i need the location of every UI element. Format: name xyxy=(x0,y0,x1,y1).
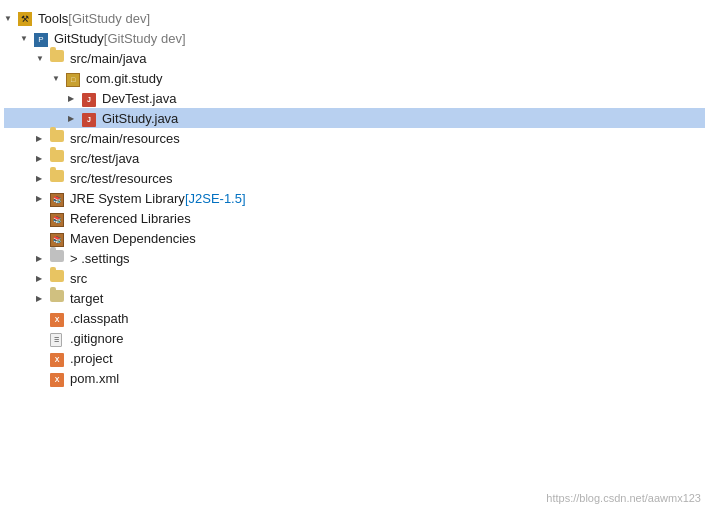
library-icon: 📚 xyxy=(50,193,64,207)
xml-file-icon: X xyxy=(50,373,64,387)
tree-item-label: GitStudy.java xyxy=(102,111,178,126)
expand-arrow-icon[interactable]: ▶ xyxy=(36,294,50,303)
package-icon: □ xyxy=(66,73,80,87)
tree-item-src[interactable]: ▶src xyxy=(4,268,705,288)
watermark: https://blog.csdn.net/aawmx123 xyxy=(546,492,701,504)
tree-item-gitignore[interactable]: ☰.gitignore xyxy=(4,328,705,348)
java-file-icon: J xyxy=(82,113,96,127)
library-icon: 📚 xyxy=(50,233,64,247)
tree-item-label: target xyxy=(70,291,103,306)
expand-arrow-icon[interactable]: ▶ xyxy=(36,154,50,163)
collapse-arrow-icon[interactable]: ▼ xyxy=(4,14,18,23)
tree-item-src-test-java[interactable]: ▶src/test/java xyxy=(4,148,705,168)
no-arrow-icon xyxy=(36,353,50,363)
tree-item-label: GitStudy xyxy=(54,31,104,46)
tree-item-label: .project xyxy=(70,351,113,366)
tree-item-label: Referenced Libraries xyxy=(70,211,191,226)
folder-icon xyxy=(50,170,64,182)
tree-item-suffix: [J2SE-1.5] xyxy=(185,191,246,206)
tree-item-label: .gitignore xyxy=(70,331,123,346)
xml-file-icon: X xyxy=(50,353,64,367)
tree-item-tools[interactable]: ▼⚒Tools [GitStudy dev] xyxy=(4,8,705,28)
tools-icon: ⚒ xyxy=(18,12,32,26)
expand-arrow-icon[interactable]: ▶ xyxy=(36,174,50,183)
no-arrow-icon xyxy=(36,313,50,323)
tree-item-referenced-libraries[interactable]: 📚Referenced Libraries xyxy=(4,208,705,228)
tree-item-label: > .settings xyxy=(70,251,130,266)
tree-item-com-git-study[interactable]: ▼□com.git.study xyxy=(4,68,705,88)
tree-item-label: src/test/java xyxy=(70,151,139,166)
tree-item-label: DevTest.java xyxy=(102,91,176,106)
tree-item-devtest-java[interactable]: ▶JDevTest.java xyxy=(4,88,705,108)
tree-item-label: com.git.study xyxy=(86,71,163,86)
target-folder-icon xyxy=(50,290,64,302)
text-file-icon: ☰ xyxy=(50,333,62,347)
tree-item-classpath[interactable]: X.classpath xyxy=(4,308,705,328)
tree-item-suffix: [GitStudy dev] xyxy=(104,31,186,46)
tree-item-gitstudy-project[interactable]: ▼PGitStudy [GitStudy dev] xyxy=(4,28,705,48)
folder-icon xyxy=(50,130,64,142)
tree-item-label: src/main/resources xyxy=(70,131,180,146)
expand-arrow-icon[interactable]: ▶ xyxy=(36,254,50,263)
no-arrow-icon xyxy=(36,373,50,383)
tree-item-jre-system-library[interactable]: ▶📚JRE System Library [J2SE-1.5] xyxy=(4,188,705,208)
collapse-arrow-icon[interactable]: ▼ xyxy=(52,74,66,83)
expand-arrow-icon[interactable]: ▶ xyxy=(68,94,82,103)
tree-item-label: JRE System Library xyxy=(70,191,185,206)
no-arrow-icon xyxy=(36,213,50,223)
tree-item-suffix: [GitStudy dev] xyxy=(68,11,150,26)
tree-item-src-main-java[interactable]: ▼src/main/java xyxy=(4,48,705,68)
tree-item-maven-dependencies[interactable]: 📚Maven Dependencies xyxy=(4,228,705,248)
tree-item-label: src xyxy=(70,271,87,286)
java-file-icon: J xyxy=(82,93,96,107)
library-icon: 📚 xyxy=(50,213,64,227)
tree-item-project[interactable]: X.project xyxy=(4,348,705,368)
project-tree: ▼⚒Tools [GitStudy dev]▼PGitStudy [GitStu… xyxy=(0,0,709,512)
tree-item-label: src/main/java xyxy=(70,51,147,66)
tree-item-settings[interactable]: ▶> .settings xyxy=(4,248,705,268)
expand-arrow-icon[interactable]: ▶ xyxy=(36,134,50,143)
tree-item-label: .classpath xyxy=(70,311,129,326)
tree-item-gitstudy-java[interactable]: ▶JGitStudy.java xyxy=(4,108,705,128)
tree-item-label: Tools xyxy=(38,11,68,26)
tree-item-src-test-resources[interactable]: ▶src/test/resources xyxy=(4,168,705,188)
tree-item-pom-xml[interactable]: Xpom.xml xyxy=(4,368,705,388)
tree-item-target[interactable]: ▶target xyxy=(4,288,705,308)
folder-icon xyxy=(50,50,64,62)
no-arrow-icon xyxy=(36,333,50,343)
expand-arrow-icon[interactable]: ▶ xyxy=(68,114,82,123)
tree-item-label: src/test/resources xyxy=(70,171,173,186)
expand-arrow-icon[interactable]: ▶ xyxy=(36,194,50,203)
folder-icon xyxy=(50,270,64,282)
no-arrow-icon xyxy=(36,233,50,243)
expand-arrow-icon[interactable]: ▶ xyxy=(36,274,50,283)
tree-item-label: pom.xml xyxy=(70,371,119,386)
collapse-arrow-icon[interactable]: ▼ xyxy=(36,54,50,63)
folder-icon xyxy=(50,150,64,162)
tree-item-label: Maven Dependencies xyxy=(70,231,196,246)
xml-file-icon: X xyxy=(50,313,64,327)
collapse-arrow-icon[interactable]: ▼ xyxy=(20,34,34,43)
tree-item-src-main-resources[interactable]: ▶src/main/resources xyxy=(4,128,705,148)
settings-folder-icon xyxy=(50,250,64,262)
project-icon: P xyxy=(34,33,48,47)
